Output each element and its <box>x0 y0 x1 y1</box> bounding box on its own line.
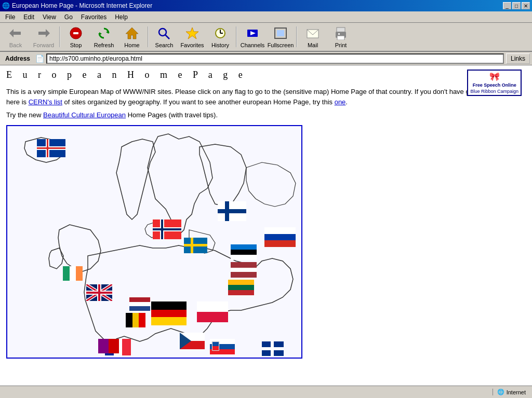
mail-button[interactable]: Mail <box>299 24 326 50</box>
maximize-button[interactable]: □ <box>512 2 521 9</box>
flag-germany[interactable] <box>151 301 187 325</box>
flag-unknown-1[interactable] <box>262 341 284 356</box>
menu-view[interactable]: View <box>39 12 59 22</box>
flag-latvia[interactable] <box>231 262 257 278</box>
toolbar-sep-2 <box>148 26 149 47</box>
globe-icon: 🌐 <box>497 389 504 395</box>
flag-sweden[interactable] <box>184 238 207 253</box>
svg-rect-71 <box>151 310 187 317</box>
channels-button[interactable]: Channels <box>239 24 266 50</box>
ie-icon: 🌐 <box>2 2 10 9</box>
svg-rect-46 <box>231 262 257 268</box>
svg-marker-11 <box>186 28 198 39</box>
links-button[interactable]: Links <box>506 53 530 64</box>
europe-map-container[interactable] <box>6 125 302 359</box>
flag-russia[interactable] <box>264 227 296 247</box>
refresh-icon <box>96 25 112 41</box>
svg-rect-72 <box>151 317 187 325</box>
svg-marker-8 <box>126 28 138 39</box>
home-label: Home <box>124 42 139 48</box>
page-title: E u r o p e a n H o m e P a g e <box>6 70 526 80</box>
menu-help[interactable]: Help <box>112 12 131 22</box>
intro-paragraph: This is a very simple European Map of WW… <box>6 87 526 107</box>
flag-iceland[interactable] <box>37 139 65 157</box>
svg-rect-70 <box>151 301 187 310</box>
status-bar: 🌐 Internet <box>0 386 532 398</box>
flag-netherlands[interactable] <box>129 297 150 311</box>
menu-file[interactable]: File <box>2 12 18 22</box>
svg-rect-50 <box>228 285 254 290</box>
address-bar: Address 📄 Links <box>0 52 532 65</box>
menu-bar: File Edit View Go Favorites Help <box>0 11 532 23</box>
flag-finland[interactable] <box>218 201 246 221</box>
home-button[interactable]: Home <box>118 24 145 50</box>
content-area: 🎀 Free Speech Online Blue Ribbon Campaig… <box>0 65 532 386</box>
toolbar: Back Forward Stop Refre <box>0 23 532 52</box>
svg-rect-36 <box>153 228 181 230</box>
svg-rect-52 <box>63 266 70 281</box>
close-button[interactable]: ✕ <box>522 2 530 9</box>
travel-paragraph: Try the new Beautiful Cultural European … <box>6 111 526 119</box>
svg-rect-64 <box>129 297 150 302</box>
print-label: Print <box>335 42 347 48</box>
forward-button[interactable]: Forward <box>30 24 57 50</box>
svg-marker-0 <box>9 29 14 37</box>
svg-rect-63 <box>86 292 112 294</box>
svg-rect-91 <box>109 339 119 353</box>
flag-slovakia[interactable] <box>210 339 235 354</box>
flag-estonia[interactable] <box>231 244 257 260</box>
forward-label: Forward <box>33 42 54 48</box>
menu-go[interactable]: Go <box>61 12 76 22</box>
ribbon-badge[interactable]: 🎀 Free Speech Online Blue Ribbon Campaig… <box>467 70 522 96</box>
fullscreen-button[interactable]: Fullscreen <box>267 24 294 50</box>
back-icon <box>7 25 24 41</box>
svg-rect-49 <box>228 280 254 285</box>
back-button[interactable]: Back <box>2 24 29 50</box>
refresh-button[interactable]: Refresh <box>90 24 117 50</box>
ribbon-icon: 🎀 <box>489 72 500 81</box>
fullscreen-label: Fullscreen <box>268 42 294 48</box>
history-button[interactable]: History <box>207 24 234 50</box>
title-bar-controls[interactable]: _ □ ✕ <box>503 2 530 9</box>
stop-button[interactable]: Stop <box>62 24 89 50</box>
refresh-label: Refresh <box>94 42 114 48</box>
ribbon-line2: Blue Ribbon Campaign <box>470 89 518 94</box>
menu-favorites[interactable]: Favorites <box>78 12 110 22</box>
svg-rect-90 <box>98 339 109 353</box>
favorites-button[interactable]: Favorites <box>179 24 206 50</box>
svg-rect-43 <box>231 244 257 250</box>
history-icon <box>212 25 229 41</box>
menu-edit[interactable]: Edit <box>20 12 37 22</box>
svg-rect-22 <box>337 36 344 40</box>
favorites-label: Favorites <box>180 42 204 48</box>
svg-rect-48 <box>231 272 257 278</box>
toolbar-sep-4 <box>296 26 297 47</box>
window-title: European Home Page - Microsoft Internet … <box>12 2 152 9</box>
channels-icon <box>244 25 261 41</box>
history-label: History <box>211 42 229 48</box>
cerns-link[interactable]: CERN's list <box>29 98 62 106</box>
stop-icon <box>68 25 84 41</box>
flag-norway[interactable] <box>153 219 181 239</box>
flag-ireland[interactable] <box>63 266 83 281</box>
svg-point-9 <box>159 29 166 36</box>
beautiful-link[interactable]: Beautiful Cultural European <box>43 111 126 119</box>
flag-uk[interactable] <box>86 284 112 301</box>
flag-poland[interactable] <box>197 301 228 322</box>
search-button[interactable]: Search <box>151 24 178 50</box>
print-button[interactable]: Print <box>327 24 354 50</box>
svg-rect-73 <box>197 301 228 312</box>
svg-line-10 <box>165 35 169 39</box>
travel-text-1: Try the new <box>6 111 43 119</box>
minimize-button[interactable]: _ <box>503 2 511 9</box>
flag-belgium[interactable] <box>126 313 145 327</box>
svg-rect-1 <box>14 32 21 35</box>
svg-rect-40 <box>264 227 296 234</box>
flag-lithuania[interactable] <box>228 280 254 295</box>
flag-unknown-2[interactable] <box>98 339 119 353</box>
one-link[interactable]: one <box>335 98 346 106</box>
flag-czech[interactable] <box>180 333 205 349</box>
address-input[interactable] <box>46 53 504 64</box>
svg-rect-69 <box>139 313 145 327</box>
svg-rect-74 <box>197 312 228 322</box>
